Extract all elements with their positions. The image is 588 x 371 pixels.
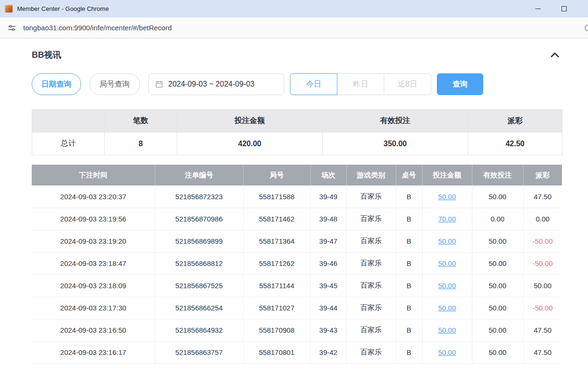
- cell-table: B: [396, 186, 422, 208]
- site-settings-icon[interactable]: [7, 23, 17, 33]
- summary-total-label: 总计: [32, 132, 105, 155]
- cell-game: 百家乐: [346, 341, 396, 363]
- col-header-table-no: 桌号: [396, 165, 422, 186]
- cell-valid: 50.00: [472, 297, 523, 319]
- browser-toolbar: tongbao31.com:9900/infe/mcenter/#/betRec…: [0, 18, 588, 38]
- cell-valid: 0.00: [472, 208, 523, 230]
- summary-header-count: 笔数: [105, 110, 177, 132]
- yesterday-button[interactable]: 昨日: [337, 73, 384, 95]
- bet-amount-link[interactable]: 50.00: [438, 237, 456, 245]
- cell-game: 百家乐: [346, 319, 396, 341]
- cell-table: B: [396, 297, 422, 319]
- bet-amount-link[interactable]: 70.00: [438, 215, 456, 223]
- cell-time: 2024-09-03 23:18:09: [32, 274, 155, 297]
- cell-amount: 50.00: [422, 230, 472, 252]
- cell-time: 2024-09-03 23:18:47: [32, 252, 155, 274]
- cell-amount: 50.00: [422, 297, 472, 319]
- calendar-icon: [155, 80, 163, 88]
- page-title: BB视讯: [32, 49, 61, 61]
- table-row: 2024-09-03 23:18:09521856867525558171144…: [32, 274, 562, 297]
- bet-table-header-row: 下注时间 注单编号 局号 场次 游戏类别 桌号 投注金额 有效投注 派彩: [32, 165, 562, 186]
- bet-amount-link[interactable]: 50.00: [438, 193, 456, 201]
- cell-amount: 50.00: [422, 341, 472, 363]
- bet-amount-link[interactable]: 50.00: [438, 304, 456, 312]
- col-header-payout: 派彩: [523, 165, 562, 186]
- round-query-tab[interactable]: 局号查询: [90, 73, 140, 95]
- cell-game: 百家乐: [346, 274, 396, 297]
- cell-amount: 50.00: [422, 274, 472, 297]
- collapse-button[interactable]: [548, 49, 562, 61]
- cell-bet_id: 521856864932: [155, 319, 243, 341]
- date-range-value: 2024-09-03 ~ 2024-09-03: [168, 80, 254, 88]
- cell-round: 558171462: [243, 208, 310, 230]
- bet-amount-link[interactable]: 50.00: [438, 326, 456, 334]
- cell-game: 百家乐: [346, 186, 396, 208]
- summary-table: 笔数 投注金额 有效投注 派彩 总计 8 420.00 350.00 42.50: [32, 109, 562, 155]
- maximize-icon: [561, 6, 567, 11]
- cell-time: 2024-09-03 23:19:56: [32, 208, 155, 230]
- cell-payout: -50.00: [523, 297, 562, 319]
- cell-session: 39-49: [310, 186, 346, 208]
- cell-bet_id: 521856863757: [155, 341, 243, 363]
- cell-round: 558171262: [243, 252, 310, 274]
- bet-table-body: 2024-09-03 23:20:37521856872323558171588…: [32, 186, 562, 363]
- cell-amount: 50.00: [422, 252, 472, 274]
- maximize-button[interactable]: [553, 0, 574, 18]
- section-header: BB视讯: [32, 49, 562, 61]
- last-8-days-button[interactable]: 近8日: [384, 73, 431, 95]
- summary-header-payout: 派彩: [468, 110, 562, 132]
- minimize-icon: [535, 9, 541, 9]
- cell-table: B: [396, 252, 422, 274]
- cell-amount: 70.00: [422, 208, 472, 230]
- summary-total-valid-bet: 350.00: [323, 132, 468, 155]
- cell-game: 百家乐: [346, 208, 396, 230]
- bet-record-table: 下注时间 注单编号 局号 场次 游戏类别 桌号 投注金额 有效投注 派彩 202…: [32, 165, 562, 364]
- cell-payout: -50.00: [523, 230, 562, 252]
- col-header-valid-bet: 有效投注: [472, 165, 523, 186]
- bet-amount-link[interactable]: 50.00: [438, 259, 456, 267]
- toolbar-partial-icon[interactable]: [585, 25, 588, 31]
- cell-bet_id: 521856872323: [155, 186, 243, 208]
- today-button[interactable]: 今日: [290, 73, 337, 95]
- table-row: 2024-09-03 23:19:56521856870986558171462…: [32, 208, 562, 230]
- table-row: 2024-09-03 23:17:30521856866254558171027…: [32, 297, 562, 319]
- table-row: 2024-09-03 23:20:37521856872323558171588…: [32, 186, 562, 208]
- bet-amount-link[interactable]: 50.00: [438, 282, 456, 290]
- cell-amount: 50.00: [422, 186, 472, 208]
- summary-total-count: 8: [105, 132, 177, 155]
- cell-round: 558171144: [243, 274, 310, 297]
- cell-round: 558171588: [243, 186, 310, 208]
- cell-table: B: [396, 230, 422, 252]
- cell-time: 2024-09-03 23:20:37: [32, 186, 155, 208]
- minimize-button[interactable]: [527, 0, 548, 18]
- summary-total-row: 总计 8 420.00 350.00 42.50: [32, 132, 562, 155]
- cell-session: 39-48: [310, 208, 346, 230]
- date-range-input[interactable]: 2024-09-03 ~ 2024-09-03: [148, 73, 284, 95]
- col-header-bet-time: 下注时间: [32, 165, 155, 186]
- cell-table: B: [396, 208, 422, 230]
- cell-valid: 50.00: [472, 186, 523, 208]
- cell-payout: 0.00: [523, 208, 562, 230]
- cell-payout: 47.50: [523, 319, 562, 341]
- search-button[interactable]: 查询: [437, 73, 483, 95]
- cell-payout: 47.50: [523, 341, 562, 363]
- col-header-game-type: 游戏类别: [346, 165, 396, 186]
- summary-header-row: 笔数 投注金额 有效投注 派彩: [32, 110, 562, 132]
- summary-total-payout: 42.50: [468, 132, 562, 155]
- bet-amount-link[interactable]: 50.00: [438, 348, 456, 356]
- table-row: 2024-09-03 23:16:50521856864932558170908…: [32, 319, 562, 341]
- cell-round: 558171027: [243, 297, 310, 319]
- summary-header-bet-amount: 投注金额: [177, 110, 323, 132]
- col-header-bet-amount: 投注金额: [422, 165, 472, 186]
- url-text[interactable]: tongbao31.com:9900/infe/mcenter/#/betRec…: [23, 24, 172, 32]
- cell-valid: 50.00: [472, 341, 523, 363]
- cell-bet_id: 521856870986: [155, 208, 243, 230]
- table-row: 2024-09-03 23:19:20521856869899558171364…: [32, 230, 562, 252]
- quick-date-group: 今日 昨日 近8日: [290, 73, 431, 95]
- cell-time: 2024-09-03 23:16:50: [32, 319, 155, 341]
- cell-round: 558171364: [243, 230, 310, 252]
- filter-bar: 日期查询 局号查询 2024-09-03 ~ 2024-09-03 今日 昨日 …: [32, 73, 562, 95]
- cell-table: B: [396, 341, 422, 363]
- date-query-tab[interactable]: 日期查询: [32, 73, 81, 95]
- cell-payout: 47.50: [523, 186, 562, 208]
